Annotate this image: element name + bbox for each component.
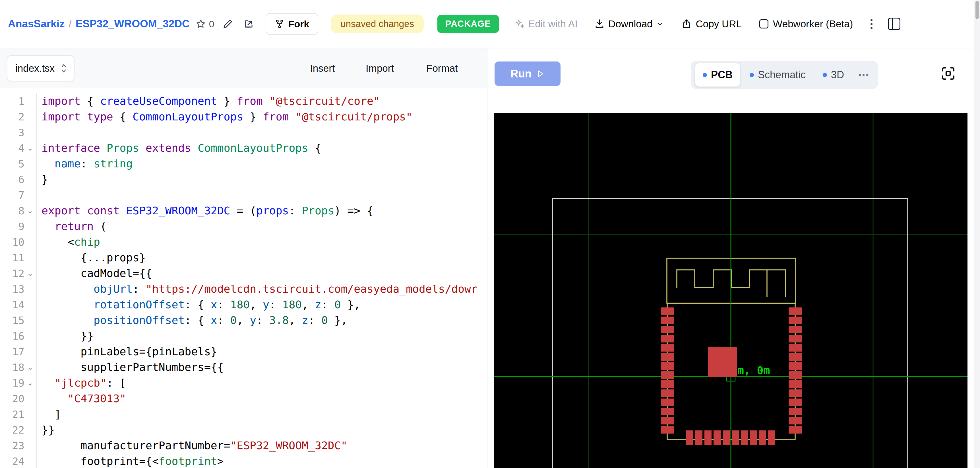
pcb-pad[interactable] <box>789 362 802 370</box>
code-line[interactable]: 20 "C473013" <box>0 391 487 407</box>
editor-toolbar: index.tsx Insert Import Format <box>0 48 487 88</box>
code-line[interactable]: 11 {...props} <box>0 250 487 265</box>
pcb-pad[interactable] <box>789 408 802 415</box>
star-button[interactable]: 0 <box>196 19 215 30</box>
fold-chevron-icon[interactable]: ⌄ <box>24 375 36 391</box>
code-line[interactable]: 8⌄export const ESP32_WROOM_32DC = (props… <box>0 203 487 219</box>
pcb-pad[interactable] <box>661 380 674 388</box>
pcb-pad[interactable] <box>759 430 766 445</box>
edit-title-button[interactable] <box>223 19 233 29</box>
fold-chevron-icon[interactable]: ⌄ <box>24 203 36 219</box>
fullscreen-button[interactable] <box>940 65 956 81</box>
pcb-pad[interactable] <box>661 408 674 415</box>
edit-with-ai-button[interactable]: Edit with AI <box>514 18 578 30</box>
code-line[interactable]: 15 positionOffset: { x: 0, y: 3.8, z: 0 … <box>0 313 487 328</box>
code-line[interactable]: 1import { createUseComponent } from "@ts… <box>0 93 487 109</box>
code-line[interactable]: 3 <box>0 125 487 141</box>
pcb-pad[interactable] <box>661 371 674 379</box>
fold-chevron-icon[interactable]: ⌄ <box>24 359 36 375</box>
pcb-pad[interactable] <box>661 399 674 406</box>
tab-schematic[interactable]: Schematic <box>742 63 813 86</box>
fold-chevron-icon[interactable]: ⌄ <box>24 141 36 156</box>
code-line[interactable]: 6} <box>0 172 487 187</box>
pcb-pad[interactable] <box>741 430 748 445</box>
file-selector[interactable]: index.tsx <box>7 55 75 81</box>
pcb-pad[interactable] <box>661 362 674 370</box>
pcb-pad[interactable] <box>708 347 737 377</box>
pcb-pad[interactable] <box>661 426 674 434</box>
fullscreen-icon <box>940 65 956 81</box>
pcb-pad[interactable] <box>722 430 730 445</box>
pcb-pad[interactable] <box>789 417 802 425</box>
code-line[interactable]: 16 }} <box>0 328 487 344</box>
code-line[interactable]: 14 rotationOffset: { x: 180, y: 180, z: … <box>0 297 487 313</box>
page-scrollbar[interactable] <box>974 0 980 468</box>
pcb-pad[interactable] <box>661 316 674 324</box>
fork-button[interactable]: Fork <box>266 13 318 35</box>
menu-insert[interactable]: Insert <box>310 48 335 88</box>
pcb-pad[interactable] <box>768 430 775 445</box>
code-line[interactable]: 7 <box>0 187 487 203</box>
pcb-canvas[interactable]: 0m, 0m <box>494 113 967 468</box>
pcb-pad[interactable] <box>789 371 802 379</box>
code-line[interactable]: 5 name: string <box>0 156 487 172</box>
pcb-pad[interactable] <box>661 390 674 397</box>
tab-pcb[interactable]: PCB <box>695 63 740 86</box>
code-line[interactable]: 9 return ( <box>0 219 487 234</box>
code-editor[interactable]: 1import { createUseComponent } from "@ts… <box>0 88 487 468</box>
pcb-pad[interactable] <box>686 430 693 445</box>
code-line[interactable]: 10 <chip <box>0 234 487 250</box>
webworker-toggle[interactable]: Webworker (Beta) <box>759 18 853 30</box>
code-line[interactable]: 22}} <box>0 422 487 438</box>
pcb-pad[interactable] <box>789 307 802 315</box>
code-line[interactable]: 4⌄interface Props extends CommonLayoutPr… <box>0 141 487 156</box>
pcb-pad[interactable] <box>661 326 674 333</box>
code-line[interactable]: 13 objUrl: "https://modelcdn.tscircuit.c… <box>0 281 487 297</box>
code-line[interactable]: 21 ] <box>0 407 487 422</box>
pcb-pad[interactable] <box>789 390 802 397</box>
pcb-pad[interactable] <box>661 353 674 361</box>
code-line[interactable]: 2import type { CommonLayoutProps } from … <box>0 109 487 125</box>
fold-spacer <box>24 391 36 407</box>
gutter: 14 <box>0 297 37 313</box>
copy-url-button[interactable]: Copy URL <box>681 18 742 30</box>
run-button[interactable]: Run <box>495 61 560 86</box>
code-line[interactable]: 17 pinLabels={pinLabels} <box>0 344 487 359</box>
code-line[interactable]: 12⌄ cadModel={{ <box>0 265 487 281</box>
download-button[interactable]: Download <box>594 18 663 30</box>
menu-import[interactable]: Import <box>366 48 394 88</box>
code-line[interactable]: 19⌄ "jlcpcb": [ <box>0 375 487 391</box>
pcb-pad[interactable] <box>789 426 802 434</box>
pcb-pad[interactable] <box>789 326 802 333</box>
line-number: 7 <box>0 187 24 203</box>
code-line[interactable]: 24 footprint={<footprint> <box>0 454 487 468</box>
breadcrumb-owner-link[interactable]: AnasSarkiz <box>8 18 65 30</box>
panel-layout-button[interactable] <box>888 18 900 30</box>
pcb-pad[interactable] <box>789 316 802 324</box>
webworker-checkbox[interactable] <box>759 19 768 29</box>
pcb-pad[interactable] <box>789 335 802 342</box>
fold-chevron-icon[interactable]: ⌄ <box>24 265 36 281</box>
pcb-pad[interactable] <box>732 430 739 445</box>
more-options-button[interactable] <box>869 18 874 31</box>
code-line[interactable]: 23 manufacturerPartNumber="ESP32_WROOM_3… <box>0 438 487 454</box>
pcb-pad[interactable] <box>705 430 711 445</box>
pcb-pad[interactable] <box>661 344 674 351</box>
pcb-pad[interactable] <box>714 430 721 445</box>
menu-format[interactable]: Format <box>426 48 458 88</box>
breadcrumb-project-link[interactable]: ESP32_WROOM_32DC <box>76 18 190 30</box>
pcb-pad[interactable] <box>750 430 757 445</box>
pcb-pad[interactable] <box>789 353 802 361</box>
pcb-pad[interactable] <box>661 335 674 342</box>
tabs-overflow-button[interactable] <box>854 74 873 76</box>
open-external-button[interactable] <box>243 19 254 29</box>
pcb-pad[interactable] <box>789 344 802 351</box>
tab-3d[interactable]: 3D <box>815 63 851 86</box>
pcb-pad[interactable] <box>789 380 802 388</box>
code-line[interactable]: 18⌄ supplierPartNumbers={{ <box>0 359 487 375</box>
pcb-pad[interactable] <box>661 307 674 315</box>
pcb-pad[interactable] <box>661 417 674 425</box>
scrollbar-thumb[interactable] <box>975 1 979 19</box>
pcb-pad[interactable] <box>695 430 702 445</box>
pcb-pad[interactable] <box>789 399 802 406</box>
